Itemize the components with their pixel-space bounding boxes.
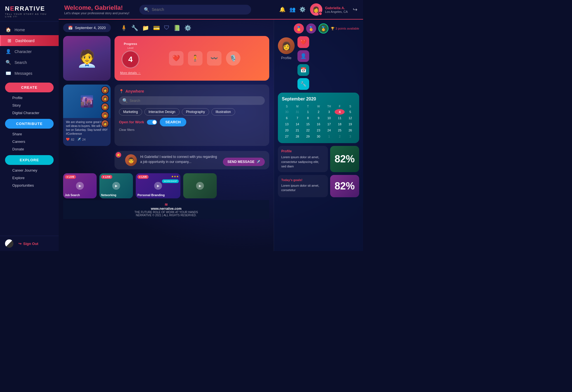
explore-button[interactable]: EXPLORE xyxy=(5,155,54,165)
open-work-toggle[interactable] xyxy=(147,120,157,125)
play-icon-2[interactable]: ▶ xyxy=(112,182,120,190)
cal-3b[interactable]: 3 xyxy=(345,134,355,139)
cal-30[interactable]: 30 xyxy=(282,109,292,115)
person-action-btn[interactable]: 👤 xyxy=(297,50,309,62)
top-search-bar[interactable]: 🔍 xyxy=(139,5,251,15)
cal-4-today[interactable]: 4 xyxy=(335,109,345,115)
donate-link[interactable]: Donate xyxy=(0,145,59,153)
play-icon-3[interactable]: ▶ xyxy=(154,182,162,190)
cal-2b[interactable]: 2 xyxy=(335,134,345,139)
careers-link[interactable]: Careers xyxy=(0,138,59,145)
cal-1[interactable]: 1 xyxy=(303,109,313,115)
create-profile-link[interactable]: Profile xyxy=(0,94,59,102)
create-button[interactable]: CREATE xyxy=(5,83,54,92)
tag-photography[interactable]: Photography xyxy=(182,108,209,116)
skill-search-input[interactable] xyxy=(130,99,261,103)
cal-6[interactable]: 6 xyxy=(282,115,292,121)
person-icon[interactable]: 🧍 xyxy=(120,25,127,31)
share-link[interactable]: Share xyxy=(0,130,59,138)
cal-11[interactable]: 11 xyxy=(335,115,345,121)
home-icon: 🏠 xyxy=(6,27,11,32)
video-card-1[interactable]: ● LIVE ▶ Job Search xyxy=(63,173,97,198)
heart-action-btn[interactable]: ❤️ xyxy=(297,36,309,48)
wrench-action-btn[interactable]: 🔧 xyxy=(297,78,309,90)
groups-icon[interactable]: 👥 xyxy=(289,6,295,13)
sidebar-item-search[interactable]: 🔍 Search xyxy=(0,57,59,68)
cal-19[interactable]: 19 xyxy=(345,121,355,127)
cal-23[interactable]: 23 xyxy=(314,128,324,133)
tag-marketing[interactable]: Marketing xyxy=(119,108,142,116)
cal-25[interactable]: 25 xyxy=(335,128,345,133)
cal-2[interactable]: 2 xyxy=(314,109,324,115)
logout-icon[interactable]: ↪ xyxy=(353,6,358,13)
opportunities-link[interactable]: Opportunities xyxy=(0,182,59,189)
shares-count[interactable]: ✈️ 24 xyxy=(77,138,85,141)
cal-29[interactable]: 29 xyxy=(303,134,313,139)
create-story-link[interactable]: Story xyxy=(0,102,59,109)
cal-21[interactable]: 21 xyxy=(292,128,302,133)
cal-17[interactable]: 17 xyxy=(324,121,334,127)
search-nav-icon: 🔍 xyxy=(6,60,11,65)
contribute-button[interactable]: CONTRIBUTE xyxy=(5,119,54,129)
cal-31[interactable]: 31 xyxy=(292,109,302,115)
footer: ≋ www.nerrative.com THE FUTURE ROLE OF W… xyxy=(63,200,269,219)
cal-1b[interactable]: 1 xyxy=(324,134,334,139)
notifications-icon[interactable]: 🔔 xyxy=(279,6,285,13)
sidebar-item-home[interactable]: 🏠 Home xyxy=(0,24,59,35)
cal-26[interactable]: 26 xyxy=(345,128,355,133)
search-button[interactable]: SEARCH xyxy=(160,118,186,126)
likes-count[interactable]: ❤️ 82 xyxy=(66,138,74,141)
cal-9[interactable]: 9 xyxy=(314,115,324,121)
settings-icon[interactable]: ⚙️ xyxy=(299,6,306,13)
explore-link[interactable]: Explore xyxy=(0,174,59,182)
cal-5[interactable]: 5 xyxy=(345,109,355,115)
create-digital-link[interactable]: Digital Character xyxy=(0,109,59,117)
folder-icon[interactable]: 📁 xyxy=(142,25,149,31)
top-search-input[interactable] xyxy=(152,7,247,12)
play-icon-4[interactable]: ▶ xyxy=(196,182,204,190)
cal-13[interactable]: 13 xyxy=(282,121,292,127)
send-message-button[interactable]: SEND MESSAGE ✈️ xyxy=(223,158,265,166)
cal-18[interactable]: 18 xyxy=(335,121,345,127)
wrench-icon[interactable]: 🔧 xyxy=(131,25,138,31)
cal-7[interactable]: 7 xyxy=(292,115,302,121)
sidebar-item-messages[interactable]: ✉️ Messages xyxy=(0,68,59,79)
play-icon-1[interactable]: ▶ xyxy=(76,182,84,190)
cal-15[interactable]: 15 xyxy=(303,121,313,127)
cal-22[interactable]: 22 xyxy=(303,128,313,133)
cal-3[interactable]: 3 xyxy=(324,109,334,115)
clear-filters[interactable]: Clear filters xyxy=(119,128,265,131)
gear-icon[interactable]: ⚙️ xyxy=(184,25,191,31)
card-icon[interactable]: 💳 xyxy=(153,25,160,31)
cal-30b[interactable]: 30 xyxy=(314,134,324,139)
book-icon[interactable]: 📗 xyxy=(173,25,180,31)
tag-interactive[interactable]: Interactive Design xyxy=(144,108,180,116)
progress-more[interactable]: More details → xyxy=(120,71,141,74)
goals-body: Lorem ipsum dolor sit amet, consetetur xyxy=(281,183,325,193)
calendar-action-btn[interactable]: 📅 xyxy=(297,64,309,76)
cal-8[interactable]: 8 xyxy=(303,115,313,121)
shield-icon[interactable]: 🛡 xyxy=(164,25,170,31)
signout-button[interactable]: ↪ Sign Out xyxy=(18,242,38,246)
cal-12[interactable]: 12 xyxy=(345,115,355,121)
career-journey-link[interactable]: Career Journey xyxy=(0,167,59,174)
sidebar-item-character[interactable]: 👤 Character xyxy=(0,46,59,57)
cal-27[interactable]: 27 xyxy=(282,134,292,139)
video-card-2[interactable]: ● LIVE ▶ Networking xyxy=(99,173,133,198)
theme-toggle[interactable] xyxy=(5,239,13,248)
cal-28[interactable]: 28 xyxy=(292,134,302,139)
cal-14[interactable]: 14 xyxy=(292,121,302,127)
video-card-4[interactable]: ▶ xyxy=(183,173,217,198)
avatar-badge xyxy=(318,12,322,16)
video-card-3[interactable]: ● LIVE ▶ Personal Branding ★★★ WORKSHOP xyxy=(136,173,180,198)
cal-24[interactable]: 24 xyxy=(324,128,334,133)
sidebar-item-dashboard[interactable]: ⊞ Dashboard xyxy=(0,35,59,46)
search-input-row[interactable]: 🔍 xyxy=(119,96,265,105)
tag-illustration[interactable]: Illustration xyxy=(211,108,235,116)
cal-10[interactable]: 10 xyxy=(324,115,334,121)
cal-20[interactable]: 20 xyxy=(282,128,292,133)
pin-icon: 📍 xyxy=(119,89,124,93)
cal-16[interactable]: 16 xyxy=(314,121,324,127)
cal-header-s2: S xyxy=(345,104,355,109)
avatar: 👩 xyxy=(310,3,322,16)
